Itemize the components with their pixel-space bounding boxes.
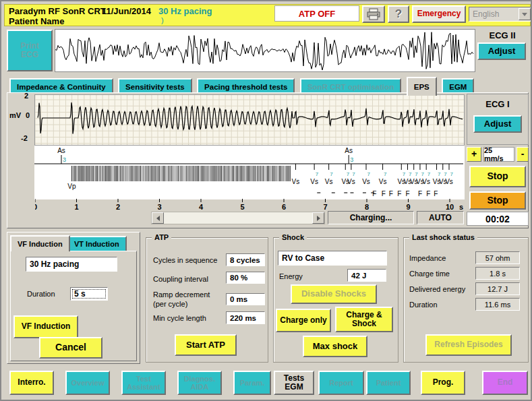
stop-charge-button[interactable]: Stop [469,191,526,210]
induction-status: 30 Hz pacing [158,6,212,16]
vf-induction-page: 30 Hz pacing Duration 5 s VF Induction C… [10,251,137,361]
delivered-energy-label: Delivered energy [409,285,465,293]
arrow-left-icon [156,216,160,221]
trace-scrollbar[interactable] [151,212,325,224]
nav-interrogate-button[interactable]: Interro. [9,371,54,395]
svg-text:1: 1 [74,203,78,211]
svg-text:7: 7 [347,171,350,177]
atp-cycles-field[interactable]: 8 cycles [226,253,265,266]
induction-panel: VF Induction VT Induction 30 Hz pacing D… [7,232,140,364]
header-bar: Paradym RF SonR CRT Patient Name 11/Jun/… [4,4,531,26]
svg-text:3: 3 [157,203,161,211]
print-ecg-button[interactable]: Print ECG [7,30,53,71]
svg-text:F: F [372,190,376,197]
time-axis: 012345678910s [35,198,464,212]
energy-label: Energy [279,272,303,280]
shock-duration-value: 11.6 ms [475,298,520,311]
svg-text:5: 5 [240,203,244,211]
ecg1-ytick-zero: 0 [26,111,30,119]
ecg1-ytick-bottom: -2 [21,134,28,142]
svg-text:7: 7 [330,171,333,177]
atp-group: ATP Cycles in sequence 8 cycles Coupling… [146,237,268,363]
vf-induction-button[interactable]: VF Induction [13,315,78,338]
svg-text:7: 7 [367,171,371,177]
energy-field[interactable]: 42 J [347,269,386,282]
language-select[interactable]: English [469,7,532,22]
duration-field[interactable]: 5 s [70,287,108,301]
svg-text:Vs: Vs [310,178,318,185]
episode-timer: 00:02 [467,212,529,226]
svg-text:F: F [382,190,386,197]
svg-text:7: 7 [352,171,355,177]
svg-text:7: 7 [415,171,418,177]
ecg1-yaxis-unit: mV [9,111,21,119]
max-shock-button[interactable]: Max shock [303,336,367,357]
shock-duration-label: Duration [409,301,438,309]
nav-patient-button: Patient [366,371,411,395]
last-shock-title: Last shock status [409,233,477,241]
charge-only-button[interactable]: Charge only [276,309,331,332]
svg-text:F: F [418,190,422,197]
atp-min-cycle-field[interactable]: 220 ms [226,311,265,324]
emergency-button[interactable]: Emergency [412,5,466,23]
svg-text:0: 0 [35,203,37,211]
ecg1-info-box: ECG I Adjust [467,94,529,145]
tab-vf-induction[interactable]: VF Induction [10,235,70,251]
svg-text:F: F [426,190,430,197]
svg-text:7: 7 [450,171,454,177]
refresh-episodes-button: Refresh Episodes [425,334,512,356]
nav-test-assistant-button: Test Assistant [121,371,166,395]
svg-text:Vp: Vp [67,183,76,190]
charging-status: Charging... [328,211,414,224]
speed-decrease-button[interactable]: - [516,147,529,162]
programmer-screen: Paradym RF SonR CRT Patient Name 11/Jun/… [0,0,532,401]
tab-vt-induction[interactable]: VT Induction [67,236,127,251]
svg-text:7: 7 [438,171,441,177]
scroll-left-button[interactable] [152,212,164,224]
speed-increase-button[interactable]: + [467,147,481,162]
svg-text:8: 8 [365,203,369,211]
help-button[interactable]: ? [388,5,409,23]
start-atp-button[interactable]: Start ATP [175,334,237,356]
svg-text:3: 3 [350,156,353,163]
shock-vector-field[interactable]: RV to Case [278,251,387,266]
print-button[interactable] [362,5,385,23]
last-shock-group: Last shock status Impedance 57 ohm Charg… [403,237,529,363]
nav-end-button: End [482,371,528,395]
ecg2-adjust-button[interactable]: Adjust [477,42,526,60]
svg-text:7: 7 [427,171,431,177]
atp-coupling-field[interactable]: 80 % [226,272,265,284]
nav-tests-egm-button[interactable]: Tests EGM [274,371,314,395]
svg-text:Vs: Vs [362,178,370,185]
cancel-induction-button[interactable]: Cancel [39,337,102,359]
svg-text:10: 10 [446,203,454,211]
svg-text:F: F [389,190,393,197]
ecg1-adjust-button[interactable]: Adjust [473,115,522,133]
nav-program-button[interactable]: Prog. [421,371,465,395]
stop-induction-button[interactable]: Stop [469,166,526,187]
svg-text:7: 7 [409,171,412,177]
svg-text:F: F [397,190,401,197]
sweep-speed-value: 25 mm/s [483,147,514,162]
impedance-value: 57 ohm [475,251,520,264]
ecg2-label: ECG II [477,30,527,40]
svg-text:As: As [57,147,65,154]
marker-strip: VpAs3As3Vs7Vs7Vs7Vs7Vs7Vs7Vs7Vs7Vs7Vs7Vs… [34,146,465,199]
atp-row-label: Coupling interval [153,275,208,283]
atp-ramp-field[interactable]: 0 ms [226,293,265,305]
tab-eps[interactable]: EPS [407,77,437,96]
delivered-energy-value: 12.7 J [475,282,520,295]
patient-name: Patient Name [9,16,64,26]
scroll-right-button[interactable] [312,212,324,224]
language-dropdown-button[interactable] [519,8,531,20]
svg-text:Vs: Vs [292,178,300,185]
induction-program-field[interactable]: 30 Hz pacing [26,257,117,272]
induction-status-spinner: ) [161,16,164,24]
svg-text:As: As [345,147,353,154]
printer-icon [366,8,381,20]
svg-text:6: 6 [282,203,286,211]
charge-and-shock-button[interactable]: Charge & Shock [335,307,393,332]
marker-channel: VpAs3As3Vs7Vs7Vs7Vs7Vs7Vs7Vs7Vs7Vs7Vs7Vs… [34,146,463,198]
nav-overview-button: Overview [65,371,110,395]
device-name: Paradym RF SonR CRT [9,6,106,16]
